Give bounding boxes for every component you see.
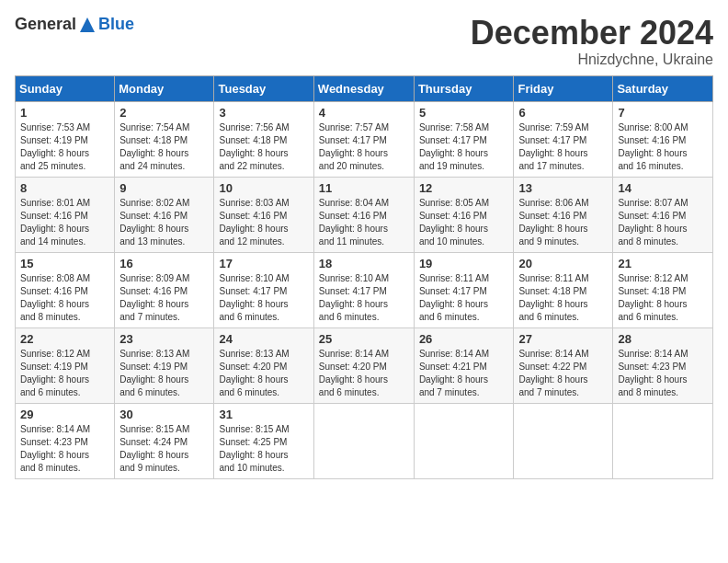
cell-info: Sunrise: 7:56 AM Sunset: 4:18 PM Dayligh… [219,121,308,173]
calendar-cell: 14Sunrise: 8:07 AM Sunset: 4:16 PM Dayli… [613,177,713,252]
cell-info: Sunrise: 7:59 AM Sunset: 4:17 PM Dayligh… [518,121,608,173]
weekday-header-cell: Saturday [613,75,713,101]
calendar-cell: 3Sunrise: 7:56 AM Sunset: 4:18 PM Daylig… [214,101,313,177]
calendar-week-row: 15Sunrise: 8:08 AM Sunset: 4:16 PM Dayli… [16,252,713,327]
cell-info: Sunrise: 8:10 AM Sunset: 4:17 PM Dayligh… [219,272,308,324]
logo: General Blue [15,15,134,34]
logo-blue-text: Blue [98,15,134,34]
cell-info: Sunrise: 8:12 AM Sunset: 4:19 PM Dayligh… [20,348,109,399]
cell-info: Sunrise: 7:58 AM Sunset: 4:17 PM Dayligh… [419,121,509,173]
cell-info: Sunrise: 8:14 AM Sunset: 4:23 PM Dayligh… [20,423,109,475]
calendar-cell: 9Sunrise: 8:02 AM Sunset: 4:16 PM Daylig… [115,177,214,252]
month-title: December 2024 [471,15,713,52]
calendar-cell: 16Sunrise: 8:09 AM Sunset: 4:16 PM Dayli… [115,252,214,327]
day-number: 11 [319,181,409,195]
cell-info: Sunrise: 8:15 AM Sunset: 4:25 PM Dayligh… [219,423,308,475]
day-number: 4 [319,106,409,120]
cell-info: Sunrise: 8:04 AM Sunset: 4:16 PM Dayligh… [319,197,409,248]
calendar-cell [414,403,514,478]
calendar-cell: 11Sunrise: 8:04 AM Sunset: 4:16 PM Dayli… [313,177,414,252]
cell-info: Sunrise: 8:12 AM Sunset: 4:18 PM Dayligh… [618,272,708,324]
cell-info: Sunrise: 8:14 AM Sunset: 4:21 PM Dayligh… [419,348,509,399]
weekday-header-cell: Wednesday [313,75,414,101]
day-number: 27 [518,332,608,346]
calendar-cell: 26Sunrise: 8:14 AM Sunset: 4:21 PM Dayli… [414,327,514,403]
calendar-cell: 18Sunrise: 8:10 AM Sunset: 4:17 PM Dayli… [313,252,414,327]
cell-info: Sunrise: 8:13 AM Sunset: 4:19 PM Dayligh… [119,348,209,399]
day-number: 18 [319,257,409,270]
day-number: 19 [419,257,509,270]
cell-info: Sunrise: 8:10 AM Sunset: 4:17 PM Dayligh… [319,272,409,324]
logo-icon [78,16,97,34]
title-block: December 2024 Hnizdychne, Ukraine [471,15,713,68]
svg-marker-0 [80,17,95,32]
weekday-header-cell: Tuesday [214,75,313,101]
cell-info: Sunrise: 8:03 AM Sunset: 4:16 PM Dayligh… [219,197,308,248]
calendar-cell: 6Sunrise: 7:59 AM Sunset: 4:17 PM Daylig… [514,101,613,177]
calendar-cell: 20Sunrise: 8:11 AM Sunset: 4:18 PM Dayli… [514,252,613,327]
calendar-cell: 29Sunrise: 8:14 AM Sunset: 4:23 PM Dayli… [16,403,115,478]
day-number: 29 [20,408,109,421]
cell-info: Sunrise: 7:57 AM Sunset: 4:17 PM Dayligh… [319,121,409,173]
cell-info: Sunrise: 8:14 AM Sunset: 4:22 PM Dayligh… [518,348,608,399]
calendar-table: SundayMondayTuesdayWednesdayThursdayFrid… [15,75,713,479]
location-subtitle: Hnizdychne, Ukraine [471,52,713,68]
calendar-week-row: 1Sunrise: 7:53 AM Sunset: 4:19 PM Daylig… [16,101,713,177]
calendar-cell: 2Sunrise: 7:54 AM Sunset: 4:18 PM Daylig… [115,101,214,177]
cell-info: Sunrise: 8:02 AM Sunset: 4:16 PM Dayligh… [119,197,209,248]
calendar-cell: 1Sunrise: 7:53 AM Sunset: 4:19 PM Daylig… [16,101,115,177]
calendar-cell: 15Sunrise: 8:08 AM Sunset: 4:16 PM Dayli… [16,252,115,327]
calendar-cell: 17Sunrise: 8:10 AM Sunset: 4:17 PM Dayli… [214,252,313,327]
calendar-cell [313,403,414,478]
weekday-header-cell: Monday [115,75,214,101]
day-number: 16 [119,257,209,270]
weekday-header-cell: Sunday [16,75,115,101]
day-number: 6 [518,106,608,120]
calendar-header-row: SundayMondayTuesdayWednesdayThursdayFrid… [16,75,713,101]
calendar-cell: 25Sunrise: 8:14 AM Sunset: 4:20 PM Dayli… [313,327,414,403]
weekday-header-cell: Friday [514,75,613,101]
calendar-week-row: 22Sunrise: 8:12 AM Sunset: 4:19 PM Dayli… [16,327,713,403]
day-number: 3 [219,106,308,120]
cell-info: Sunrise: 8:07 AM Sunset: 4:16 PM Dayligh… [618,197,708,248]
calendar-cell: 12Sunrise: 8:05 AM Sunset: 4:16 PM Dayli… [414,177,514,252]
cell-info: Sunrise: 8:09 AM Sunset: 4:16 PM Dayligh… [119,272,209,324]
calendar-cell [613,403,713,478]
calendar-cell: 27Sunrise: 8:14 AM Sunset: 4:22 PM Dayli… [514,327,613,403]
day-number: 21 [618,257,708,270]
cell-info: Sunrise: 8:11 AM Sunset: 4:18 PM Dayligh… [518,272,608,324]
cell-info: Sunrise: 8:05 AM Sunset: 4:16 PM Dayligh… [419,197,509,248]
calendar-cell: 23Sunrise: 8:13 AM Sunset: 4:19 PM Dayli… [115,327,214,403]
day-number: 15 [20,257,109,270]
day-number: 17 [219,257,308,270]
cell-info: Sunrise: 8:15 AM Sunset: 4:24 PM Dayligh… [119,423,209,475]
day-number: 14 [618,181,708,195]
day-number: 10 [219,181,308,195]
calendar-cell: 24Sunrise: 8:13 AM Sunset: 4:20 PM Dayli… [214,327,313,403]
calendar-body: 1Sunrise: 7:53 AM Sunset: 4:19 PM Daylig… [16,101,713,478]
day-number: 23 [119,332,209,346]
cell-info: Sunrise: 8:11 AM Sunset: 4:17 PM Dayligh… [419,272,509,324]
day-number: 13 [518,181,608,195]
calendar-cell: 5Sunrise: 7:58 AM Sunset: 4:17 PM Daylig… [414,101,514,177]
calendar-cell: 10Sunrise: 8:03 AM Sunset: 4:16 PM Dayli… [214,177,313,252]
calendar-cell: 28Sunrise: 8:14 AM Sunset: 4:23 PM Dayli… [613,327,713,403]
page-header: General Blue December 2024 Hnizdychne, U… [15,15,713,68]
day-number: 12 [419,181,509,195]
weekday-header-cell: Thursday [414,75,514,101]
calendar-cell: 22Sunrise: 8:12 AM Sunset: 4:19 PM Dayli… [16,327,115,403]
calendar-cell [514,403,613,478]
day-number: 26 [419,332,509,346]
calendar-cell: 19Sunrise: 8:11 AM Sunset: 4:17 PM Dayli… [414,252,514,327]
day-number: 8 [20,181,109,195]
day-number: 24 [219,332,308,346]
cell-info: Sunrise: 8:08 AM Sunset: 4:16 PM Dayligh… [20,272,109,324]
day-number: 30 [119,408,209,421]
calendar-cell: 30Sunrise: 8:15 AM Sunset: 4:24 PM Dayli… [115,403,214,478]
cell-info: Sunrise: 7:54 AM Sunset: 4:18 PM Dayligh… [119,121,209,173]
day-number: 20 [518,257,608,270]
calendar-week-row: 29Sunrise: 8:14 AM Sunset: 4:23 PM Dayli… [16,403,713,478]
cell-info: Sunrise: 7:53 AM Sunset: 4:19 PM Dayligh… [20,121,109,173]
day-number: 22 [20,332,109,346]
day-number: 25 [319,332,409,346]
